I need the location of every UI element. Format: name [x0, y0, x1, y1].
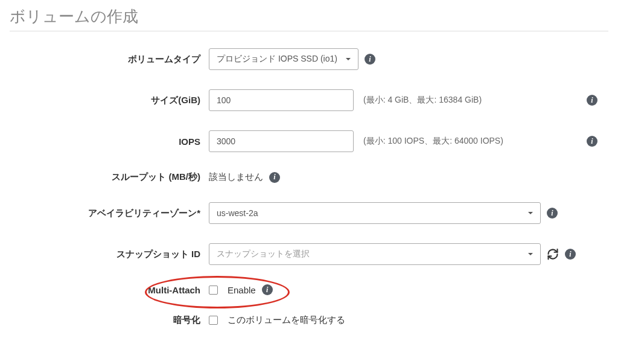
label-snapshot-id: スナップショット ID	[16, 249, 209, 260]
label-encryption: 暗号化	[16, 315, 209, 326]
row-size: サイズ(GiB) (最小: 4 GiB、最大: 16384 GiB) i	[16, 89, 602, 111]
size-hint: (最小: 4 GiB、最大: 16384 GiB)	[363, 95, 482, 106]
caret-down-icon	[527, 251, 534, 258]
label-throughput: スループット (MB/秒)	[16, 171, 209, 183]
volume-type-value: プロビジョンド IOPS SSD (io1)	[217, 54, 337, 65]
snapshot-id-placeholder: スナップショットを選択	[217, 249, 310, 260]
multi-attach-enable-label: Enable	[228, 285, 256, 295]
label-multi-attach: Multi-Attach	[16, 285, 209, 295]
label-size: サイズ(GiB)	[16, 95, 209, 106]
encryption-checkbox[interactable]	[209, 316, 218, 325]
row-availability-zone: アベイラビリティーゾーン* us-west-2a i	[16, 202, 602, 224]
availability-zone-value: us-west-2a	[217, 208, 258, 218]
row-multi-attach: Multi-Attach Enable i	[16, 284, 602, 295]
info-icon[interactable]: i	[365, 54, 375, 65]
create-volume-form: ボリュームタイプ プロビジョンド IOPS SSD (io1) i サイズ(Gi…	[10, 48, 608, 326]
info-icon[interactable]: i	[262, 284, 273, 295]
row-encryption: 暗号化 このボリュームを暗号化する	[16, 315, 602, 326]
multi-attach-checkbox[interactable]	[209, 286, 218, 295]
caret-down-icon	[527, 209, 534, 217]
iops-input[interactable]	[209, 130, 354, 152]
volume-type-select[interactable]: プロビジョンド IOPS SSD (io1)	[209, 48, 358, 70]
info-icon[interactable]: i	[269, 172, 280, 183]
row-iops: IOPS (最小: 100 IOPS、最大: 64000 IOPS) i	[16, 130, 602, 152]
size-input[interactable]	[209, 89, 354, 111]
availability-zone-select[interactable]: us-west-2a	[209, 202, 541, 224]
label-volume-type: ボリュームタイプ	[16, 54, 209, 65]
throughput-value: 該当しません	[209, 171, 263, 183]
info-icon[interactable]: i	[587, 95, 597, 106]
info-icon[interactable]: i	[565, 249, 576, 260]
row-snapshot-id: スナップショット ID スナップショットを選択 i	[16, 243, 602, 265]
row-throughput: スループット (MB/秒) 該当しません i	[16, 171, 602, 183]
encryption-text: このボリュームを暗号化する	[228, 315, 345, 326]
label-availability-zone: アベイラビリティーゾーン*	[16, 208, 209, 219]
row-volume-type: ボリュームタイプ プロビジョンド IOPS SSD (io1) i	[16, 48, 602, 70]
info-icon[interactable]: i	[547, 208, 558, 219]
info-icon[interactable]: i	[587, 136, 597, 147]
page-title: ボリュームの作成	[10, 6, 608, 31]
snapshot-id-select[interactable]: スナップショットを選択	[209, 243, 541, 265]
caret-down-icon	[345, 56, 352, 63]
iops-hint: (最小: 100 IOPS、最大: 64000 IOPS)	[363, 136, 503, 147]
refresh-icon[interactable]	[547, 248, 559, 260]
label-iops: IOPS	[16, 136, 209, 147]
